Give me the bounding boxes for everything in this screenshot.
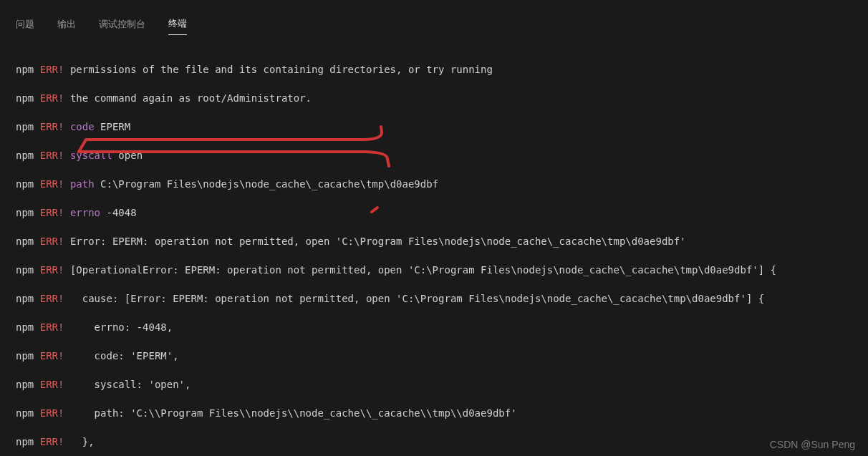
watermark-text: CSDN @Sun Peng xyxy=(770,439,855,450)
tab-debug-console[interactable]: 调试控制台 xyxy=(99,15,145,35)
log-line: npm ERR! the command again as root/Admin… xyxy=(16,91,852,105)
terminal-output[interactable]: npm ERR! permissions of the file and its… xyxy=(0,42,868,456)
log-line: npm ERR! [OperationalError: EPERM: opera… xyxy=(16,263,852,277)
log-line: npm ERR! errno -4048 xyxy=(16,205,852,220)
tab-problems[interactable]: 问题 xyxy=(16,15,34,35)
tab-output[interactable]: 输出 xyxy=(57,15,76,35)
log-line: npm ERR! code: 'EPERM', xyxy=(16,349,852,363)
log-line: npm ERR! path: 'C:\\Program Files\\nodej… xyxy=(16,406,852,420)
log-line: npm ERR! errno: -4048, xyxy=(16,320,852,334)
log-line: npm ERR! permissions of the file and its… xyxy=(16,62,852,77)
log-line: npm ERR! syscall: 'open', xyxy=(16,377,852,392)
log-line: npm ERR! }, xyxy=(16,435,852,449)
log-line: npm ERR! code EPERM xyxy=(16,120,852,134)
panel-tabs: 问题 输出 调试控制台 终端 xyxy=(0,0,868,42)
log-line: npm ERR! Error: EPERM: operation not per… xyxy=(16,234,852,248)
tab-terminal[interactable]: 终端 xyxy=(168,14,187,35)
log-line: npm ERR! syscall open xyxy=(16,148,852,162)
log-line: npm ERR! cause: [Error: EPERM: operation… xyxy=(16,291,852,306)
log-line: npm ERR! path C:\Program Files\nodejs\no… xyxy=(16,177,852,191)
